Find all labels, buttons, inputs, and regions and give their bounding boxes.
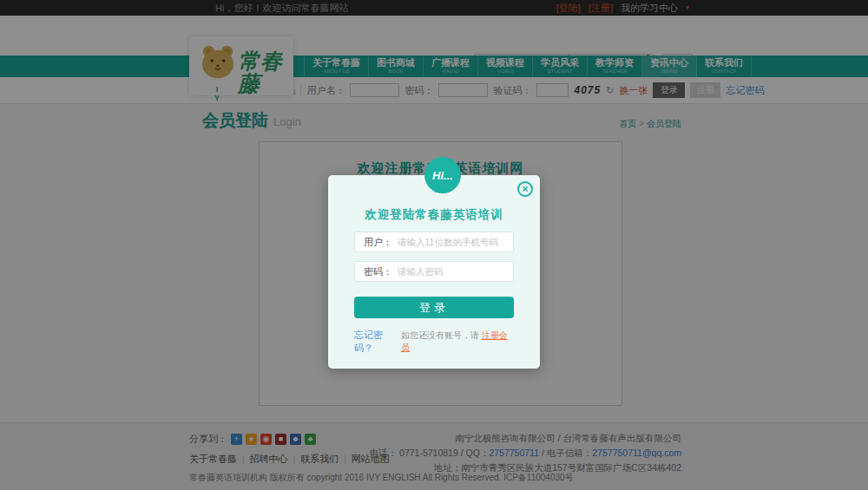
modal-password-label: 密码： bbox=[355, 265, 398, 278]
modal-password-row: 密码： bbox=[354, 261, 514, 282]
modal-user-row: 用户： bbox=[354, 232, 514, 252]
modal-password-input[interactable] bbox=[398, 266, 513, 277]
modal-login-button[interactable]: 登录 bbox=[354, 297, 514, 318]
modal-user-input[interactable] bbox=[398, 237, 513, 247]
modal-user-label: 用户： bbox=[355, 236, 398, 249]
hi-bubble: Hi... bbox=[424, 157, 461, 193]
page: Hi，您好！欢迎访问常春藤网站 [登陆] [注册] 我的学习中心 ▾ ☎0771… bbox=[0, 0, 868, 490]
register-hint: 如您还没有账号，请 注册会员 bbox=[401, 330, 514, 354]
modal-forgot-link[interactable]: 忘记密码？ bbox=[354, 329, 401, 355]
login-modal: Hi... × 欢迎登陆常春藤英语培训 用户： 密码： 登录 忘记密码？ 如您还… bbox=[328, 175, 540, 369]
modal-links: 忘记密码？ 如您还没有账号，请 注册会员 bbox=[354, 329, 514, 355]
close-icon[interactable]: × bbox=[517, 181, 533, 197]
